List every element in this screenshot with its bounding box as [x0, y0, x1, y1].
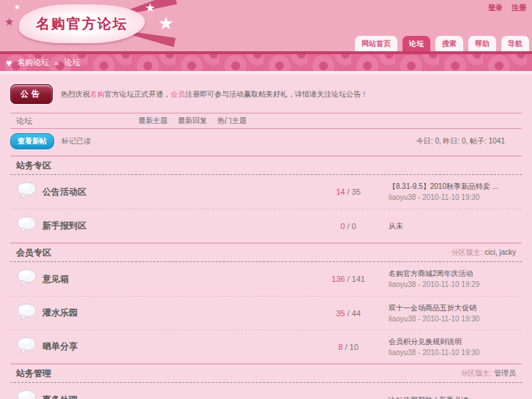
speech-bubble-icon	[16, 303, 42, 324]
category-header: 会员专区 分区版主: cici, jacky	[10, 244, 522, 262]
view-new-posts-button[interactable]: 查看新帖	[10, 133, 54, 149]
main-content: 公告 热烈庆祝名购官方论坛正式开通，会员注册即可参与活动赢取精美好礼，详情请关注…	[0, 74, 532, 399]
breadcrumb-current[interactable]: 论坛	[64, 57, 80, 68]
category-title[interactable]: 站务专区	[16, 160, 51, 172]
category-moderators: 分区版主: 管理员	[460, 368, 516, 379]
last-post-title-link[interactable]: 【8.31-9.5】2010秋季新品特卖 ...	[389, 181, 522, 192]
forum-topic-post-counts: 35 / 44	[308, 309, 389, 318]
count-separator: /	[347, 309, 349, 318]
announcement-segment: 热烈庆祝	[61, 90, 90, 98]
category-header: 站务管理 分区版主: 管理员	[10, 365, 522, 383]
board-header-label: 论坛	[16, 116, 32, 127]
post-count: 10	[350, 343, 359, 351]
site-title: 名购官方论坛	[36, 15, 128, 34]
announcement-segment: 注册即可参与活动赢取精美好礼，详情请关注论坛公告！	[185, 90, 368, 98]
moderator-names-link[interactable]: cici, jacky	[484, 248, 516, 256]
notice-bar: 公告 热烈庆祝名购官方论坛正式开通，会员注册即可参与活动赢取精美好礼，详情请关注…	[10, 84, 522, 104]
nav-tabs: 网站首页 论坛 搜索 帮助 导航	[355, 36, 529, 51]
announcement-segment: 官方论坛正式开通，	[105, 90, 171, 98]
last-post-cell: 从未	[389, 220, 522, 231]
speech-bubble-icon	[16, 389, 42, 399]
forum-link[interactable]: 意见箱	[42, 273, 308, 286]
board-toolbar: 查看新帖 标记已读 今日: 0, 昨日: 0, 帖子: 1041	[10, 133, 522, 150]
forum-category: 会员专区 分区版主: cici, jacky 意见箱 136 / 141 名购官…	[10, 242, 522, 363]
post-count: 35	[352, 187, 361, 196]
category-title[interactable]: 站务管理	[16, 368, 51, 380]
last-post-info: liaoyu38 - 2010-11-10 19:30	[389, 348, 479, 357]
star-icon: ★	[14, 4, 20, 11]
speech-bubble-icon	[16, 216, 42, 236]
forum-topic-post-counts: 0 / 0	[308, 222, 389, 231]
announcement-text[interactable]: 热烈庆祝名购官方论坛正式开通，会员注册即可参与活动赢取精美好礼，详情请关注论坛公…	[61, 89, 368, 100]
forum-stats: 今日: 0, 昨日: 0, 帖子: 1041	[416, 136, 505, 146]
breadcrumb-root[interactable]: 名购论坛	[17, 57, 49, 68]
moderator-label: 分区版主:	[460, 369, 492, 377]
last-post-title-link[interactable]: 论坛使用帮助-|-新手必读	[389, 395, 522, 399]
board-head-link-new-topics[interactable]: 最新主题	[138, 116, 168, 126]
nav-tab-forum[interactable]: 论坛	[402, 36, 430, 51]
forum-link[interactable]: 事务处理	[42, 394, 308, 399]
speech-bubble-icon	[16, 337, 42, 357]
last-post-never: 从未	[389, 220, 522, 231]
nav-tab-home[interactable]: 网站首页	[355, 36, 397, 51]
mark-read-link[interactable]: 标记已读	[61, 136, 91, 146]
category-header: 站务专区	[10, 157, 522, 175]
moderator-label: 分区版主:	[452, 248, 483, 256]
speech-bubble-icon	[16, 269, 42, 289]
star-icon: ★	[158, 15, 174, 32]
category-title[interactable]: 会员专区	[16, 247, 51, 259]
last-post-info: liaoyu38 - 2010-11-10 19:29	[389, 280, 479, 288]
forum-row: 晒单分享 8 / 10 会员积分兑换规则说明 liaoyu38 - 2010-1…	[10, 329, 522, 363]
post-count: 0	[352, 222, 356, 231]
forum-row: 公告活动区 14 / 35 【8.31-9.5】2010秋季新品特卖 ... l…	[10, 175, 522, 209]
last-post-cell: 会员积分兑换规则说明 liaoyu38 - 2010-11-10 19:30	[389, 336, 522, 358]
breadcrumb-separator: »	[54, 59, 59, 67]
announcement-highlight: 名购	[90, 90, 105, 98]
forum-link[interactable]: 新手报到区	[42, 220, 308, 232]
last-post-info: liaoyu38 - 2010-11-10 19:30	[389, 193, 479, 201]
forum-category: 站务专区 公告活动区 14 / 35 【8.31-9.5】2010秋季新品特卖 …	[10, 155, 522, 242]
forum-topic-post-counts: 14 / 35	[308, 187, 389, 196]
last-post-cell: 论坛使用帮助-|-新手必读	[389, 395, 522, 399]
top-links: 登录 注册	[488, 3, 526, 13]
topic-count: 14	[336, 187, 345, 196]
post-count: 44	[352, 309, 361, 318]
count-separator: /	[345, 343, 347, 351]
last-post-cell: 双十一全场商品五折大促销 liaoyu38 - 2010-11-10 19:30	[389, 302, 522, 324]
nav-tab-search[interactable]: 搜索	[435, 36, 463, 51]
last-post-title-link[interactable]: 双十一全场商品五折大促销	[389, 302, 522, 313]
forum-link[interactable]: 晒单分享	[42, 340, 308, 353]
last-post-cell: 名购官方商城2周年庆活动 liaoyu38 - 2010-11-10 19:29	[389, 268, 522, 290]
forum-category: 站务管理 分区版主: 管理员 事务处理 论坛使用帮助-|-新手必读	[10, 363, 522, 399]
login-link[interactable]: 登录	[488, 3, 503, 13]
forum-link[interactable]: 灌水乐园	[42, 307, 308, 319]
register-link[interactable]: 注册	[512, 3, 526, 13]
breadcrumb: ♥ 名购论坛 » 论坛	[0, 54, 532, 71]
forum-row: 新手报到区 0 / 0 从未	[10, 209, 522, 242]
forum-topic-post-counts: 8 / 10	[308, 343, 389, 351]
site-logo[interactable]: ★ ★ ★ ★ ★ ★ ★ 名购官方论坛	[1, 0, 181, 54]
board-head-link-hot-topics[interactable]: 热门主题	[217, 116, 247, 126]
nav-tab-sitemap[interactable]: 导航	[501, 36, 529, 51]
header: 登录 注册 ★ ★ ★ ★ ★ ★ ★ 名购官方论坛 网站首页 论坛 搜索 帮助…	[0, 0, 532, 54]
board-head-link-new-replies[interactable]: 最新回复	[178, 116, 207, 126]
post-count: 141	[352, 275, 365, 283]
forum-row: 事务处理 论坛使用帮助-|-新手必读	[10, 383, 522, 399]
moderator-names-link[interactable]: 管理员	[494, 369, 516, 377]
forum-row: 灌水乐园 35 / 44 双十一全场商品五折大促销 liaoyu38 - 201…	[10, 296, 522, 329]
category-moderators: 分区版主: cici, jacky	[452, 247, 516, 258]
last-post-cell: 【8.31-9.5】2010秋季新品特卖 ... liaoyu38 - 2010…	[389, 181, 522, 203]
last-post-info: liaoyu38 - 2010-11-10 19:30	[389, 315, 479, 323]
announcement-highlight: 会员	[171, 90, 185, 98]
forum-link[interactable]: 公告活动区	[42, 186, 308, 198]
topic-count: 35	[336, 309, 345, 318]
topic-count: 8	[338, 343, 342, 351]
topic-count: 0	[340, 222, 345, 231]
announcement-button[interactable]: 公告	[10, 84, 53, 104]
forum-topic-post-counts: 136 / 141	[308, 275, 389, 283]
last-post-title-link[interactable]: 会员积分兑换规则说明	[389, 336, 522, 347]
star-icon: ★	[4, 16, 14, 27]
nav-tab-help[interactable]: 帮助	[468, 36, 496, 51]
topic-count: 136	[331, 275, 345, 283]
last-post-title-link[interactable]: 名购官方商城2周年庆活动	[389, 268, 522, 279]
